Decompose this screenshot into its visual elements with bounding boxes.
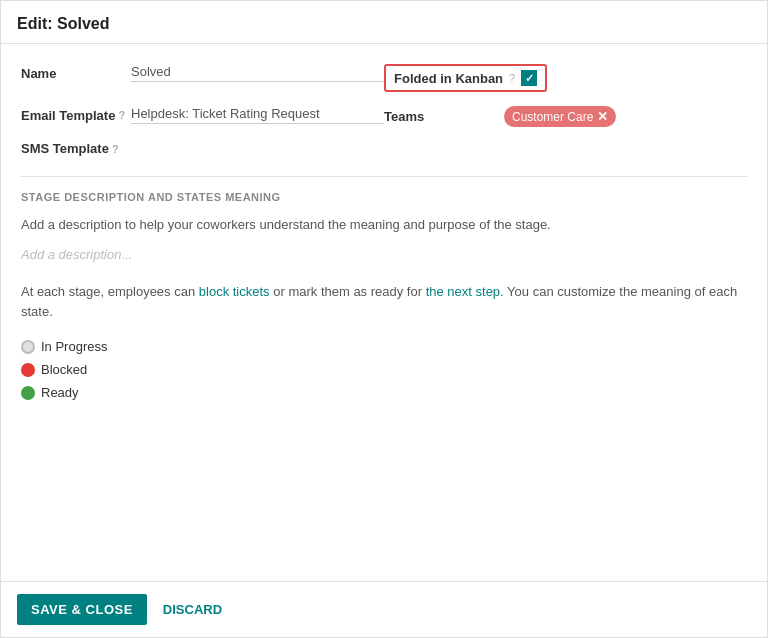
sms-template-row: SMS Template ?: [21, 141, 747, 156]
folded-in-kanban-box[interactable]: Folded in Kanban ?: [384, 64, 547, 92]
page-title: Edit: Solved: [17, 15, 109, 32]
block-info-text2: or mark them as ready for: [270, 284, 426, 299]
name-value: Solved: [131, 64, 384, 82]
ready-dot: [21, 386, 35, 400]
block-info-text1: At each stage, employees can: [21, 284, 199, 299]
section-heading: STAGE DESCRIPTION AND STATES MEANING: [21, 191, 747, 203]
email-and-teams-row: Email Template ? Helpdesk: Ticket Rating…: [21, 106, 747, 127]
description-hint: Add a description to help your coworkers…: [21, 215, 747, 235]
save-close-button[interactable]: SAVE & CLOSE: [17, 594, 147, 625]
blocked-dot: [21, 363, 35, 377]
blocked-label: Blocked: [41, 362, 87, 377]
next-step-link[interactable]: the next step: [426, 284, 500, 299]
section-divider: [21, 176, 747, 177]
in-progress-dot: [21, 340, 35, 354]
form-area: Name Solved Folded in Kanban ? Email Tem…: [1, 44, 767, 581]
state-in-progress: In Progress: [21, 339, 747, 354]
team-badge-close-icon[interactable]: ✕: [597, 109, 608, 124]
state-list: In Progress Blocked Ready: [21, 339, 747, 400]
teams-label: Teams: [384, 109, 494, 124]
folded-kanban-help-icon[interactable]: ?: [509, 72, 515, 84]
footer: SAVE & CLOSE DISCARD: [1, 581, 767, 637]
kanban-field-group: Folded in Kanban ?: [384, 64, 747, 92]
name-label: Name: [21, 66, 131, 81]
sms-template-help-icon[interactable]: ?: [112, 143, 119, 155]
email-template-value[interactable]: Helpdesk: Ticket Rating Request: [131, 106, 384, 124]
team-badge-label: Customer Care: [512, 110, 593, 124]
ready-label: Ready: [41, 385, 79, 400]
discard-button[interactable]: DISCARD: [159, 594, 226, 625]
state-blocked: Blocked: [21, 362, 747, 377]
block-tickets-link[interactable]: block tickets: [199, 284, 270, 299]
page-header: Edit: Solved: [1, 1, 767, 44]
email-template-label: Email Template ?: [21, 108, 131, 123]
name-and-kanban-row: Name Solved Folded in Kanban ?: [21, 64, 747, 92]
block-info: At each stage, employees can block ticke…: [21, 282, 747, 324]
folded-kanban-label: Folded in Kanban: [394, 71, 503, 86]
email-template-help-icon[interactable]: ?: [118, 109, 125, 121]
sms-template-label: SMS Template ?: [21, 141, 131, 156]
name-field-group: Name Solved: [21, 64, 384, 82]
email-template-group: Email Template ? Helpdesk: Ticket Rating…: [21, 106, 384, 124]
in-progress-label: In Progress: [41, 339, 107, 354]
state-ready: Ready: [21, 385, 747, 400]
teams-group: Teams Customer Care ✕: [384, 106, 747, 127]
folded-kanban-checkbox[interactable]: [521, 70, 537, 86]
team-badge[interactable]: Customer Care ✕: [504, 106, 616, 127]
description-input[interactable]: Add a description...: [21, 245, 747, 264]
